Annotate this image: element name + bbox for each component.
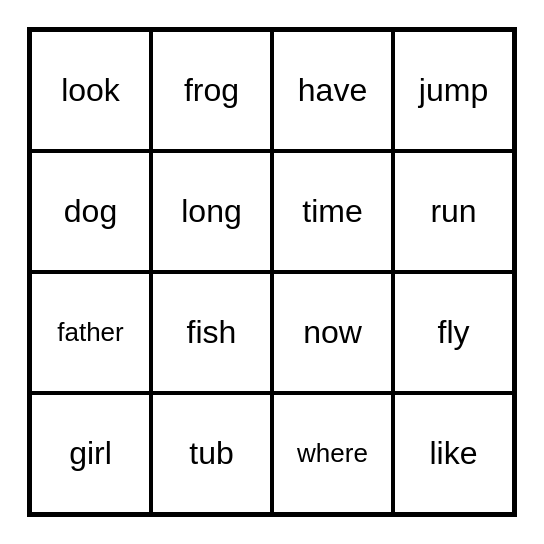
grid-cell: girl <box>30 393 151 514</box>
grid-cell: frog <box>151 30 272 151</box>
grid-cell: now <box>272 272 393 393</box>
grid-cell: father <box>30 272 151 393</box>
grid-cell: fly <box>393 272 514 393</box>
grid-cell: look <box>30 30 151 151</box>
cell-word: frog <box>184 72 239 109</box>
cell-word: fish <box>187 314 237 351</box>
grid-cell: where <box>272 393 393 514</box>
cell-word: father <box>57 317 124 348</box>
cell-word: jump <box>419 72 488 109</box>
cell-word: dog <box>64 193 117 230</box>
cell-word: have <box>298 72 367 109</box>
cell-word: like <box>429 435 477 472</box>
cell-word: girl <box>69 435 112 472</box>
cell-word: where <box>297 438 368 469</box>
cell-word: fly <box>438 314 470 351</box>
grid-cell: tub <box>151 393 272 514</box>
word-grid: lookfroghavejumpdoglongtimerunfatherfish… <box>27 27 517 517</box>
grid-cell: dog <box>30 151 151 272</box>
cell-word: tub <box>189 435 233 472</box>
grid-cell: long <box>151 151 272 272</box>
grid-cell: jump <box>393 30 514 151</box>
cell-word: long <box>181 193 242 230</box>
cell-word: now <box>303 314 362 351</box>
cell-word: run <box>430 193 476 230</box>
grid-cell: have <box>272 30 393 151</box>
cell-word: time <box>302 193 362 230</box>
cell-word: look <box>61 72 120 109</box>
grid-cell: like <box>393 393 514 514</box>
grid-cell: run <box>393 151 514 272</box>
grid-cell: time <box>272 151 393 272</box>
grid-cell: fish <box>151 272 272 393</box>
